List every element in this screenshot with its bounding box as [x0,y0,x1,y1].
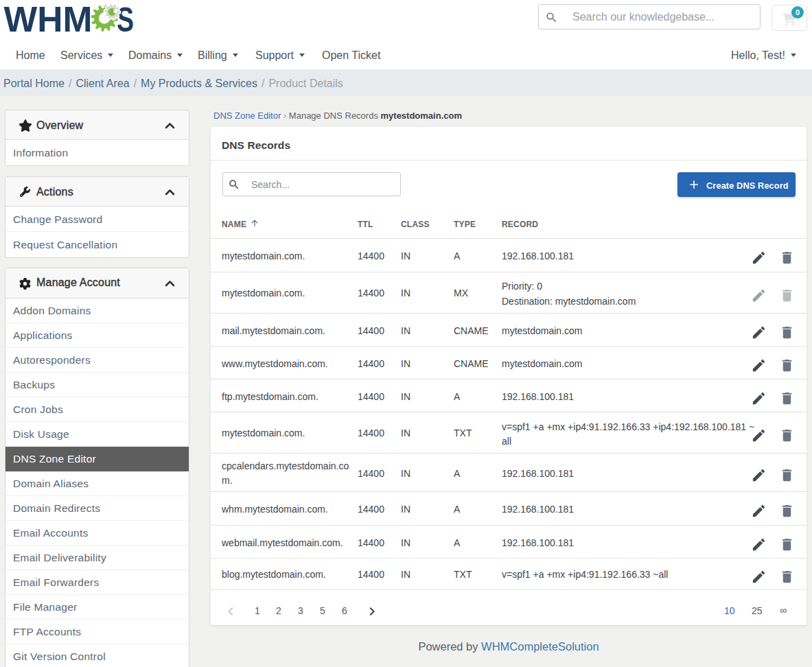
svg-text:WHM: WHM [4,0,93,36]
svg-text:S: S [117,1,134,36]
